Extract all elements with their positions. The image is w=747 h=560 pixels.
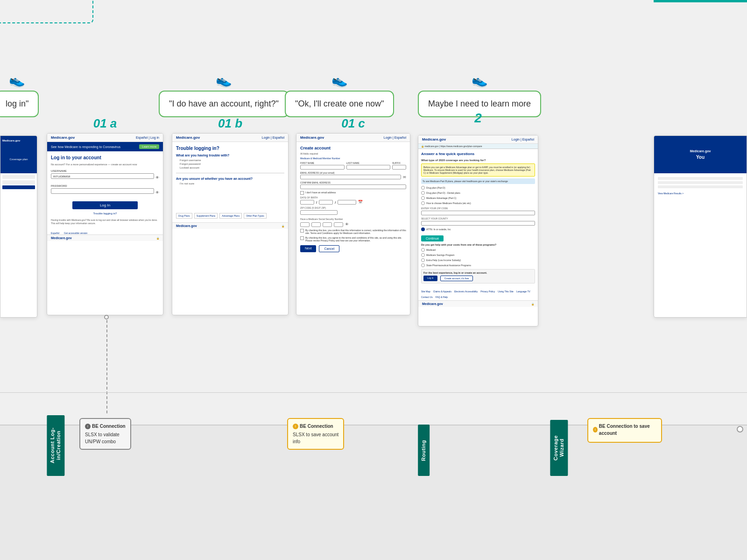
footer-link-accessible[interactable]: Get accessible version (64, 232, 87, 234)
best-experience-box: For the best experience, log in or creat… (421, 269, 535, 284)
medicare-logo-01c: Medicare.gov (300, 135, 324, 140)
banner-link[interactable]: Learn more (139, 144, 159, 149)
ssn-4[interactable] (334, 222, 343, 227)
dob-day[interactable] (319, 200, 333, 205)
terms-checkbox-2[interactable] (300, 236, 304, 240)
routing-question: What type of 2020 coverage are you looki… (421, 159, 535, 162)
terms-checkbox-1[interactable] (300, 229, 304, 233)
medicare-member-link[interactable]: Medicare & Medicaid Member Number (300, 157, 406, 160)
footer-using[interactable]: Using This Site (498, 290, 514, 293)
routing-radio-2[interactable] (421, 191, 425, 195)
password-eye-icon[interactable]: 👁 (155, 191, 159, 195)
zip-label-routing: ENTER YOUR ZIP CODE (421, 207, 535, 210)
dob-month[interactable] (300, 200, 314, 205)
screen-02-mockup: Medicare.gov Login | Español 🔒 medicare.… (418, 135, 538, 326)
routing-radio-3[interactable] (421, 196, 425, 200)
routing-login-btn[interactable]: Log in (423, 276, 437, 281)
partial-right-title: You (696, 155, 705, 160)
routing-opt-1-label: Drug plan (Part D) (426, 186, 445, 189)
footer-icon-01a: 🔒 (156, 237, 159, 240)
be-conn-2-body: SLSX to save account info (293, 431, 338, 445)
first-name-input[interactable] (300, 165, 345, 170)
password-field-row: 👁 (51, 188, 159, 197)
county-input[interactable] (421, 221, 535, 226)
medicare-logo-02: Medicare.gov (422, 137, 446, 142)
next-button[interactable]: Next (300, 245, 316, 252)
right-edge-circle (737, 426, 743, 432)
login-title: Log in to your account (51, 155, 159, 160)
tab-plan[interactable]: Drug Plans (176, 213, 192, 219)
connector-circle-01a (104, 315, 109, 319)
routing-radio-4[interactable] (421, 201, 425, 205)
ssn-3[interactable] (323, 222, 332, 227)
be-conn-1-line3: UN/PW combo (85, 439, 116, 444)
continue-button[interactable]: Continue (421, 235, 444, 241)
no-email-checkbox[interactable] (300, 191, 304, 195)
footer-faq[interactable]: FAQ & Help (436, 296, 448, 298)
banner-text: See how Medicare is responding to Corona… (51, 145, 120, 149)
ssn-1[interactable] (300, 222, 310, 227)
confirm-email-label: CONFIRM EMAIL ADDRESS (300, 181, 406, 184)
trouble-options-1: Forgot username Forgot password Locked a… (180, 159, 284, 169)
partial-left-content (0, 173, 37, 192)
footer-privacy[interactable]: Privacy Policy (480, 290, 495, 293)
last-name-input[interactable] (346, 165, 391, 170)
prog-radio-1[interactable] (421, 248, 425, 252)
trouble-opt-username[interactable]: Forgot username (180, 159, 284, 162)
username-eye-icon[interactable]: 👁 (155, 176, 159, 180)
footer-claims[interactable]: Claims & Appeals (433, 290, 451, 293)
username-field[interactable]: RITU/DBMS8 (51, 173, 154, 179)
last-name-field: LAST NAME (346, 162, 391, 170)
ssn-2[interactable] (311, 222, 321, 227)
routing-footer-links: Site Map Claims & Appeals Electronic Acc… (418, 290, 538, 300)
best-exp-title: For the best experience, log in or creat… (423, 271, 533, 274)
footer-contact[interactable]: Contact Us (421, 296, 433, 298)
tab-supplement[interactable]: Supplement Plans (194, 213, 218, 219)
email-input[interactable] (300, 175, 401, 179)
tab-other[interactable]: Other Plan Types (244, 213, 267, 219)
dashed-line-01a (106, 315, 107, 413)
trouble-opt-locked[interactable]: Locked account (180, 166, 284, 169)
trouble-opt-notsure[interactable]: I'm not sure (180, 182, 284, 185)
suffix-input[interactable] (392, 165, 406, 170)
top-dashed-decoration (0, 0, 93, 23)
be-connection-2: i BE Connection SLSX to save account inf… (287, 418, 344, 450)
prog-radio-2[interactable] (421, 253, 425, 257)
zip-row (300, 210, 406, 215)
prog-radio-3[interactable] (421, 258, 425, 262)
shoe-icon-login: 👟 (9, 72, 25, 88)
be-conn-2-icon: i (293, 424, 298, 429)
footer-electronic[interactable]: Electronic Accessibility (454, 290, 478, 293)
routing-radio-1[interactable] (421, 186, 425, 190)
tab-advantage[interactable]: Advantage Plans (219, 213, 242, 219)
footer-link-espanol[interactable]: Español (51, 232, 59, 234)
shoe-icon-create: 👟 (331, 72, 348, 88)
footer-icon-02: 🔒 (531, 303, 534, 305)
trouble-link[interactable]: Trouble logging in? (51, 212, 159, 215)
ssn-icon: 👁 (345, 222, 349, 227)
footer-language[interactable]: Language TV (516, 290, 530, 293)
ssn-row: 👁 (300, 222, 406, 227)
prog-radio-4[interactable] (421, 263, 425, 267)
nav-links-01c: Login | Español (384, 136, 406, 139)
email-icon: ✉ (403, 175, 406, 179)
screen-01a-number: 01 a (93, 116, 117, 131)
cancel-button[interactable]: Cancel (319, 245, 339, 252)
shoe-icon-learn: 👟 (472, 72, 488, 88)
terms-text-2: By checking this box, you agree to the t… (305, 236, 406, 242)
routing-create-btn[interactable]: Create account, it's free (440, 276, 473, 281)
county-radio-selected[interactable] (421, 227, 425, 231)
login-button[interactable]: Log In (72, 201, 137, 209)
dob-year[interactable] (338, 200, 356, 205)
terms-text-1: By checking this box, you confirm that t… (305, 229, 406, 235)
password-field[interactable] (51, 188, 154, 194)
url-bar: 🔒 medicare.gov | https://www.medicare.go… (418, 144, 538, 149)
zip-input-routing[interactable] (421, 211, 535, 215)
confirm-email-input[interactable] (300, 184, 406, 189)
partial-left-btn[interactable] (2, 185, 35, 189)
medicare-logo-01a: Medicare.gov (51, 135, 75, 140)
zip-input[interactable] (300, 210, 338, 215)
footer-sitemap[interactable]: Site Map (421, 290, 430, 293)
trouble-opt-password[interactable]: Forgot password (180, 163, 284, 165)
partial-right-link[interactable]: View Medicare Results > (658, 192, 684, 195)
